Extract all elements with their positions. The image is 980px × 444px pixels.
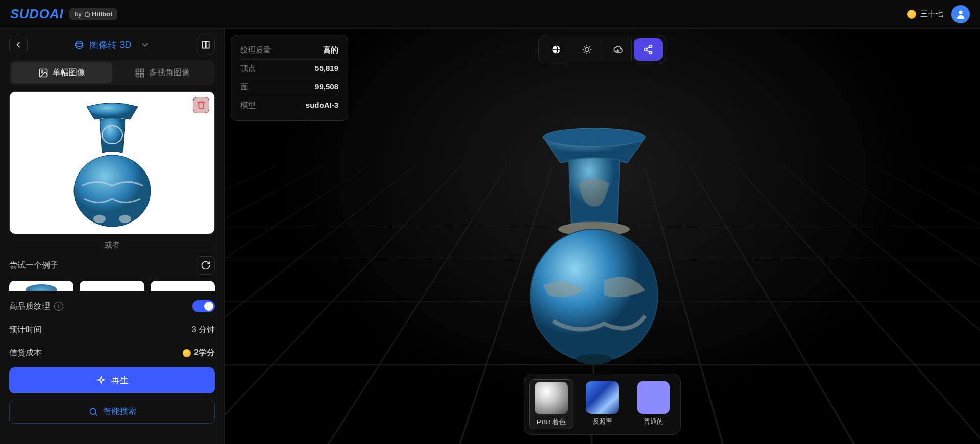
stat-val-vertices: 55,819 bbox=[315, 64, 338, 73]
delete-image-button[interactable] bbox=[193, 97, 209, 113]
divider-or: 或者 bbox=[9, 240, 215, 250]
albedo-swatch bbox=[586, 381, 619, 414]
regenerate-label: 再生 bbox=[111, 375, 129, 386]
sun-icon bbox=[582, 44, 592, 55]
normal-swatch bbox=[637, 381, 670, 414]
source-image-preview[interactable] bbox=[9, 91, 215, 234]
cost-label: 信贷成本 bbox=[9, 348, 42, 358]
book-icon bbox=[201, 40, 211, 50]
tab-multi-view[interactable]: 多视角图像 bbox=[112, 62, 213, 83]
stat-key-texture: 纹理质量 bbox=[240, 45, 271, 55]
svg-point-11 bbox=[74, 155, 151, 227]
logo-text: SUDOAI bbox=[10, 6, 63, 22]
stats-panel: 纹理质量高的 顶点55,819 面99,508 模型sudoAI-3 bbox=[231, 35, 348, 121]
svg-line-23 bbox=[584, 46, 585, 47]
example-thumb-3[interactable] bbox=[151, 281, 215, 291]
coin-icon bbox=[907, 10, 916, 19]
example-thumb-2[interactable] bbox=[80, 281, 144, 291]
svg-line-24 bbox=[589, 52, 590, 53]
regenerate-button[interactable]: 再生 bbox=[9, 367, 215, 393]
hq-texture-toggle[interactable] bbox=[192, 300, 215, 312]
chevron-down-icon bbox=[140, 40, 150, 50]
material-normal[interactable]: 普通的 bbox=[631, 379, 675, 429]
divider-label: 或者 bbox=[105, 240, 120, 250]
svg-point-28 bbox=[645, 48, 647, 51]
coin-icon bbox=[183, 349, 191, 357]
svg-line-16 bbox=[95, 413, 97, 415]
smart-search-button[interactable]: 智能搜索 bbox=[9, 400, 215, 424]
material-pbr-label: PBR 着色 bbox=[537, 417, 566, 427]
download-cloud-icon bbox=[612, 44, 623, 55]
search-icon bbox=[88, 407, 99, 417]
viewport-toolbar bbox=[538, 35, 666, 64]
svg-line-26 bbox=[584, 52, 585, 53]
chevron-left-icon bbox=[13, 40, 23, 50]
credits-display[interactable]: 三十七 bbox=[907, 9, 943, 19]
input-mode-tabs: 单幅图像 多视角图像 bbox=[9, 60, 215, 85]
stat-key-vertices: 顶点 bbox=[240, 64, 256, 73]
svg-rect-9 bbox=[136, 73, 139, 77]
svg-rect-10 bbox=[141, 73, 144, 77]
examples-label: 尝试一个例子 bbox=[9, 260, 58, 271]
example-thumb-1[interactable] bbox=[9, 281, 74, 291]
stat-val-model: sudoAI-3 bbox=[306, 101, 338, 110]
eta-label: 预计时间 bbox=[9, 325, 42, 335]
svg-line-30 bbox=[647, 47, 650, 48]
hq-texture-label: 高品质纹理 bbox=[9, 301, 50, 312]
logo-3d-icon bbox=[74, 40, 84, 50]
example-thumbnails bbox=[9, 281, 215, 291]
tab-single-image[interactable]: 单幅图像 bbox=[11, 62, 112, 83]
share-button[interactable] bbox=[634, 38, 663, 61]
svg-point-32 bbox=[543, 128, 645, 146]
eta-value: 3 分钟 bbox=[192, 325, 215, 335]
svg-line-31 bbox=[647, 50, 650, 52]
mode-selector[interactable]: 图像转 3D bbox=[34, 39, 190, 51]
logo[interactable]: SUDOAI by Hillbot bbox=[10, 6, 117, 22]
viewport-3d[interactable]: 纹理质量高的 顶点55,819 面99,508 模型sudoAI-3 bbox=[225, 29, 980, 444]
download-button[interactable] bbox=[603, 38, 632, 61]
stat-key-model: 模型 bbox=[240, 101, 256, 110]
cost-value: 2学分 bbox=[194, 348, 215, 358]
svg-point-15 bbox=[90, 408, 96, 414]
stat-key-faces: 面 bbox=[240, 82, 248, 92]
sidebar: 图像转 3D 单幅图像 多视角图像 bbox=[0, 29, 225, 444]
tab-single-label: 单幅图像 bbox=[53, 67, 85, 78]
material-albedo[interactable]: 反照率 bbox=[580, 379, 624, 429]
svg-point-35 bbox=[576, 354, 612, 364]
svg-point-3 bbox=[76, 41, 83, 49]
share-icon bbox=[643, 44, 653, 55]
grid-icon bbox=[135, 68, 145, 78]
image-icon bbox=[38, 68, 48, 78]
environment-button[interactable] bbox=[542, 38, 571, 61]
tab-multi-label: 多视角图像 bbox=[149, 67, 190, 78]
back-button[interactable] bbox=[9, 36, 28, 54]
svg-line-25 bbox=[589, 46, 590, 47]
svg-point-14 bbox=[119, 215, 131, 223]
sphere-swatch bbox=[535, 382, 568, 414]
svg-point-13 bbox=[93, 215, 106, 223]
credits-label: 三十七 bbox=[920, 9, 943, 19]
material-selector: PBR 着色 反照率 普通的 bbox=[524, 374, 681, 435]
material-albedo-label: 反照率 bbox=[593, 417, 612, 426]
trash-icon bbox=[196, 100, 206, 110]
svg-rect-8 bbox=[141, 69, 144, 72]
globe-icon bbox=[551, 44, 561, 55]
mode-title-text: 图像转 3D bbox=[89, 39, 131, 51]
refresh-examples-button[interactable] bbox=[197, 256, 215, 275]
person-icon bbox=[955, 9, 966, 20]
guide-button[interactable] bbox=[197, 36, 215, 54]
hillbot-icon bbox=[84, 11, 91, 18]
svg-point-4 bbox=[76, 43, 83, 47]
by-prefix: by bbox=[75, 10, 82, 18]
smart-search-label: 智能搜索 bbox=[104, 406, 136, 417]
by-name: Hillbot bbox=[92, 10, 112, 18]
info-icon[interactable]: i bbox=[54, 302, 63, 311]
lighting-button[interactable] bbox=[573, 38, 601, 61]
user-avatar[interactable] bbox=[951, 5, 970, 23]
material-normal-label: 普通的 bbox=[644, 417, 664, 426]
svg-point-2 bbox=[959, 10, 962, 14]
material-pbr[interactable]: PBR 着色 bbox=[529, 379, 573, 429]
sparkle-icon bbox=[96, 376, 106, 386]
svg-rect-0 bbox=[85, 13, 89, 16]
svg-point-18 bbox=[585, 48, 589, 52]
